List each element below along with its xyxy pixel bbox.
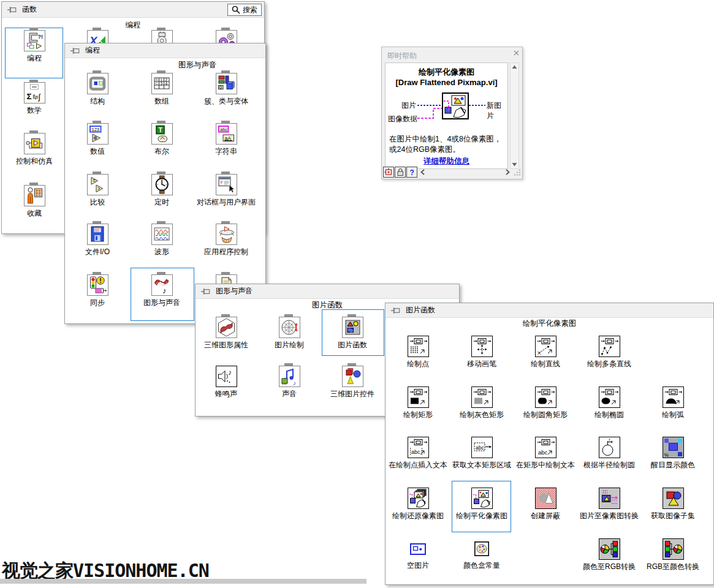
empty-picture-icon xyxy=(410,543,426,555)
palette-item-string[interactable]: abcaA 字符串 xyxy=(194,123,258,156)
palette-item-get-image-subset[interactable]: 获取图像子集 xyxy=(641,488,705,521)
palette-item-move-pen[interactable]: 移动画笔 xyxy=(450,336,514,369)
draw-arc-icon xyxy=(663,386,684,408)
lock-help-diagram-button[interactable] xyxy=(383,167,394,178)
palette-item-draw-round-rect[interactable]: 绘制圆角矩形 xyxy=(514,386,577,420)
terminal-label-picture: 图片 xyxy=(401,100,416,111)
palette-item-file-io[interactable]: 文件I/O xyxy=(66,224,129,257)
palette-item-picture-plot[interactable]: 图片绘制 xyxy=(257,317,321,350)
scroll-up-icon[interactable] xyxy=(511,63,518,70)
palette-item-label: 绘制灰色矩形 xyxy=(460,410,504,420)
pin-icon[interactable] xyxy=(70,47,80,55)
palette-item-array[interactable]: RC1234 数组 xyxy=(130,73,194,106)
palette-item-label: 绘制平化像素图 xyxy=(456,511,507,521)
palette-item-draw-flattened-pixmap[interactable]: 绘制平化像素图 xyxy=(450,488,514,521)
palette-item-label: 绘制直线 xyxy=(531,360,560,369)
scroll-right-icon[interactable] xyxy=(505,168,511,176)
palette-item-color-to-rgb[interactable]: 颜色至RGB转换 xyxy=(577,538,641,571)
palette-item-graphics-sound[interactable]: ♪ 图形与声音 xyxy=(130,274,194,307)
context-help-content: 绘制平化像素图 [Draw Flattened Pixmap.vi] 图片 图像… xyxy=(385,62,508,169)
scroll-left-icon[interactable] xyxy=(420,168,425,176)
palette-item-draw-point[interactable]: 绘制点 xyxy=(386,336,450,369)
palette-item-get-text-rect[interactable]: abc 获取文本矩形区域 xyxy=(450,437,514,470)
palette-item-color-box-constant[interactable]: 颜色盒常量 xyxy=(450,538,514,570)
palette-item-3d-picture-control[interactable]: 三维图片控件 xyxy=(321,366,384,399)
palette-item-mathematics[interactable]: Σ∫ 数学 xyxy=(2,82,66,115)
palette-item-label: 三维图形属性 xyxy=(204,341,248,350)
palette-item-rgb-to-color[interactable]: RGB至颜色转换 xyxy=(641,538,705,571)
palette-item-draw-rect[interactable]: 绘制矩形 xyxy=(386,386,450,420)
pin-icon[interactable] xyxy=(391,307,400,314)
palette-item-picture-to-pixmap[interactable]: 图片至像素图转换 xyxy=(577,488,641,521)
palette-item-label: 结构 xyxy=(90,97,105,106)
palette-item-label: 移动画笔 xyxy=(467,360,496,369)
palette-item-draw-circle-by-radius[interactable]: r 根据半径绘制圆 xyxy=(577,437,641,470)
palette-item-draw-multiple-lines[interactable]: 绘制多条直线 xyxy=(577,336,641,369)
pin-icon[interactable] xyxy=(201,288,210,295)
palette-item-cluster[interactable]: 簇、类与变体 xyxy=(194,73,258,106)
palette-item-picture-functions[interactable]: 图片函数 xyxy=(321,317,384,350)
svg-text:♪: ♪ xyxy=(228,368,232,377)
functions-window-title: 函数 xyxy=(22,4,37,15)
palette-item-dialog-ui[interactable]: 对话框与用户界面 xyxy=(194,174,258,207)
lock-button[interactable] xyxy=(395,167,406,178)
palette-item-numeric[interactable]: 123 数值 xyxy=(66,123,129,156)
palette-item-draw-oval[interactable]: 绘制椭圆 xyxy=(577,386,641,420)
svg-text:?: ? xyxy=(410,168,414,176)
palette-item-draw-line[interactable]: 绘制直线 xyxy=(514,336,577,369)
palette-item-draw-unflattened-pixmap[interactable]: 绘制还原像素图 xyxy=(386,488,450,521)
svg-text:C: C xyxy=(155,81,158,85)
palette-item-app-control[interactable]: 应用程序控制 xyxy=(194,224,258,257)
palette-item-programming[interactable]: ?! 编程 xyxy=(2,30,66,63)
rgb-to-color-icon xyxy=(663,538,684,560)
palette-item-label: 数组 xyxy=(154,97,169,106)
palette-item-synchronization[interactable]: ! 同步 xyxy=(66,274,129,307)
lock-icon xyxy=(396,167,404,176)
palette-item-beep[interactable]: ♪ 蜂鸣声 xyxy=(194,366,258,399)
palette-item-timing[interactable]: 定时 xyxy=(130,174,194,207)
svg-text:4: 4 xyxy=(165,81,167,86)
resize-grip[interactable] xyxy=(514,168,521,176)
palette-item-control-simulation[interactable]: 控制和仿真 xyxy=(2,133,66,166)
palette-item-draw-text-at-point[interactable]: abc 在绘制点插入文本 xyxy=(386,437,450,470)
palette-item-structures[interactable]: 结构 xyxy=(66,73,129,106)
graphics-sound-window-title: 图形与声音 xyxy=(216,286,253,296)
palette-item-label: 绘制圆角矩形 xyxy=(523,410,568,420)
draw-text-at-point-icon: abc xyxy=(408,437,429,458)
palette-item-draw-arc[interactable]: 绘制弧 xyxy=(641,386,705,420)
palette-item-sound[interactable]: ♪ 声音 xyxy=(257,366,321,399)
palette-item-label: 绘制矩形 xyxy=(403,410,433,420)
palette-item-label: 对话框与用户界面 xyxy=(197,198,256,207)
palette-item-boolean[interactable]: T 布尔 xyxy=(130,123,194,156)
context-help-title: 即时帮助 xyxy=(387,51,417,61)
comparison-icon xyxy=(87,174,108,195)
pin-icon[interactable] xyxy=(7,6,17,13)
palette-item-label: 波形 xyxy=(154,247,169,257)
close-icon[interactable] xyxy=(513,50,520,56)
horizontal-scrollbar[interactable] xyxy=(418,167,512,177)
palette-item-label: RGB至颜色转换 xyxy=(647,562,699,571)
palette-item-create-mask[interactable]: 创建屏蔽 xyxy=(514,488,577,521)
palette-item-label: 绘制椭圆 xyxy=(594,410,624,420)
palette-item-favorites[interactable]: 收藏 xyxy=(2,185,66,218)
palette-item-draw-text-in-rect[interactable]: abc 在矩形中绘制文本 xyxy=(514,437,577,470)
vertical-scrollbar[interactable] xyxy=(510,62,519,169)
search-button[interactable]: 搜索 xyxy=(227,4,262,16)
palette-item-comparison[interactable]: 比较 xyxy=(66,174,129,207)
palette-item-draw-grayed-rect[interactable]: 绘制灰色矩形 xyxy=(450,386,514,420)
palette-item-waveform[interactable]: 波形 xyxy=(130,224,194,257)
control-simulation-icon xyxy=(24,133,45,154)
detailed-help-button[interactable]: ? xyxy=(406,167,417,178)
detailed-help-link[interactable]: 详细帮助信息 xyxy=(385,156,507,167)
svg-text:abc: abc xyxy=(476,445,484,451)
svg-text:∫: ∫ xyxy=(37,92,41,102)
draw-flattened-pixmap-vi-icon xyxy=(442,92,469,119)
picture-functions-palette-window: 图片函数 绘制平化像素图 绘制点 移动画笔 绘制直线 绘制多条直线 绘制矩形 绘… xyxy=(385,303,714,585)
svg-text:♪: ♪ xyxy=(293,380,296,386)
context-help-window: 即时帮助 绘制平化像素图 [Draw Flattened Pixmap.vi] … xyxy=(381,47,523,179)
palette-item-3d-graph-properties[interactable]: 三维图形属性 xyxy=(194,317,258,350)
palette-item-empty-picture[interactable]: 空图片 xyxy=(386,538,450,570)
palette-item-label: 数值 xyxy=(90,147,105,156)
synchronization-icon: ! xyxy=(87,274,108,296)
palette-item-hilite-color[interactable]: % 醒目显示颜色 xyxy=(641,437,705,470)
